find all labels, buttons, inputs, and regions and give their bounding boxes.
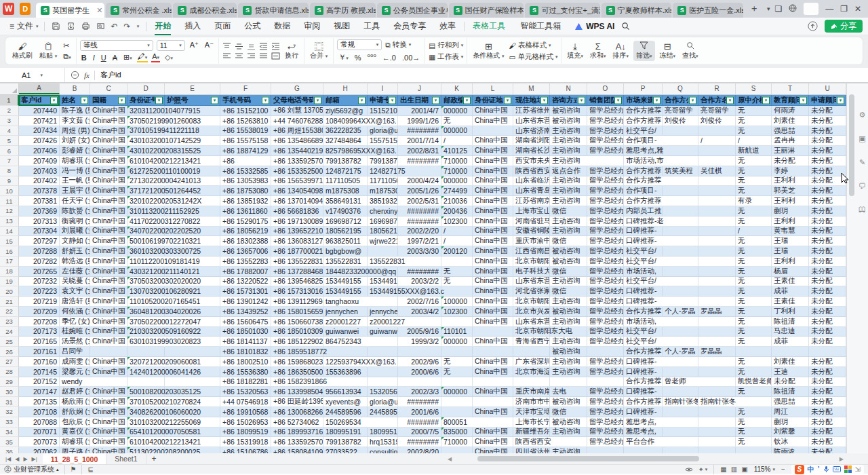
cell[interactable]: 411702200312270822 <box>127 216 165 227</box>
cell[interactable]: 安徽省铜陵 <box>513 227 550 237</box>
cell[interactable]: 207381 <box>19 196 60 206</box>
cell[interactable]: 未分配 <box>809 246 846 256</box>
close-tab-icon[interactable]: ✕ <box>96 6 102 15</box>
filter-dropdown-icon[interactable]: ▼ <box>262 96 269 104</box>
column-header-Q[interactable]: Q <box>663 83 698 94</box>
cell[interactable]: +86 1355228318 <box>271 256 323 267</box>
cell[interactable]: 社交平台/ <box>624 327 663 337</box>
cell[interactable]: 18448233200000@qq <box>323 267 368 277</box>
align-left-icon[interactable] <box>222 52 231 60</box>
cell[interactable]: 610104200212213421 <box>127 156 165 166</box>
cell[interactable]: 季忆 (女) <box>60 317 90 327</box>
cell[interactable] <box>663 337 698 347</box>
cell[interactable]: 无 <box>736 327 772 337</box>
cell[interactable] <box>624 447 663 453</box>
row-header-34[interactable]: 34 <box>0 428 19 438</box>
cell[interactable]: 207369 <box>19 206 60 216</box>
tab-smart-toolbox[interactable]: 智能工具箱 <box>513 19 568 33</box>
cell[interactable]: 口碑推荐- <box>624 286 663 297</box>
upgrade-icon[interactable] <box>808 21 818 31</box>
undo-icon[interactable]: ↶ <box>111 22 118 31</box>
cell[interactable]: 310113200211152925 <box>127 206 165 216</box>
cell[interactable]: 李文茹 (女 <box>60 116 90 126</box>
cell[interactable]: 1997/2/21 <box>398 236 441 246</box>
cell[interactable] <box>663 136 698 146</box>
borders-button[interactable]: ⊞▾ <box>122 53 134 62</box>
table-header-cell[interactable]: 邮政编码▼ <box>441 95 473 106</box>
cell[interactable] <box>473 327 513 337</box>
cell[interactable]: 360481200304020026 <box>127 307 165 317</box>
sidebar-edit-icon[interactable]: ✎ <box>859 158 865 167</box>
cell[interactable] <box>587 377 624 387</box>
cell[interactable]: 无 <box>736 367 772 377</box>
cell[interactable]: 2002/9/6 <box>398 357 441 367</box>
cell[interactable]: 陈子逸 (男 <box>60 106 90 116</box>
name-box[interactable]: A1▾ <box>0 68 65 82</box>
cell[interactable]: +86 15106786 <box>220 447 271 453</box>
cell[interactable]: 000000 <box>441 106 473 116</box>
cell[interactable]: 湖南省浏阳 <box>513 136 550 146</box>
cell[interactable]: 留学总经办 <box>587 166 624 176</box>
cell[interactable]: 留学总经办 <box>587 407 624 417</box>
table-header-cell[interactable]: 邮箱▼ <box>323 95 368 106</box>
cell-style-button[interactable]: ▭ 单元格样式▾ <box>509 52 558 62</box>
cell[interactable]: 2002/8/31 <box>398 146 441 156</box>
cell[interactable]: 825798695XXX@163. <box>323 146 368 156</box>
document-tab[interactable]: S贷款申请信息.xlsx <box>238 3 309 18</box>
cell[interactable]: China中国 <box>473 136 513 146</box>
row-header-14[interactable]: 14 <box>0 227 19 237</box>
tab-list-chevron-icon[interactable]: ▾ <box>765 5 772 12</box>
cell[interactable] <box>698 357 736 367</box>
cell[interactable]: 207160 <box>19 357 60 367</box>
cell[interactable]: +86 13552283 <box>220 256 271 267</box>
table-header-cell[interactable]: 护照号▼ <box>165 95 220 106</box>
select-all-corner[interactable] <box>0 83 19 94</box>
cell[interactable]: 未分配 <box>809 146 846 156</box>
cell[interactable]: 153205639 <box>368 387 398 397</box>
menu-tab-工具[interactable]: 工具 <box>357 19 387 33</box>
cell[interactable] <box>698 327 736 337</box>
cell[interactable]: +86 15320563 <box>220 387 271 397</box>
cell[interactable]: 无 <box>736 126 772 136</box>
cell[interactable]: 杨眉 <box>772 267 809 277</box>
cell[interactable]: China中国 <box>90 327 127 337</box>
chevron-down-icon[interactable]: ▾ <box>137 24 140 29</box>
cell[interactable]: 未分配 <box>809 236 846 246</box>
cell[interactable]: 左佳薇 (女 <box>60 267 90 277</box>
cell[interactable]: 留学总经办 <box>587 116 624 126</box>
cell[interactable]: 黄韦慧 <box>772 227 809 237</box>
cell[interactable]: ziyi5692@g <box>323 106 368 116</box>
cell[interactable] <box>127 347 165 357</box>
cell[interactable]: 郭美芝 <box>772 186 809 196</box>
cell[interactable]: +86 19910568 <box>220 407 271 417</box>
selection-mode-button[interactable]: ⌖▾ <box>699 466 707 474</box>
cell[interactable]: m1875308 <box>323 186 368 196</box>
cell[interactable]: 周江 <box>772 407 809 417</box>
cell[interactable]: 142401200006041426 <box>127 367 165 377</box>
cell[interactable]: +86 15319918 <box>220 437 271 447</box>
flag-icon[interactable]: ⚑ <box>71 466 77 473</box>
cell[interactable]: 口碑推荐- <box>624 357 663 367</box>
convert-button[interactable]: ⧉ 转换▾ <box>385 40 411 50</box>
cell[interactable]: +86 13053983 <box>220 176 271 187</box>
cell[interactable]: China中国 <box>473 367 513 377</box>
cell[interactable]: 吴晓蔓 (女 <box>60 277 90 287</box>
cell[interactable]: China中国 <box>90 146 127 156</box>
cell[interactable]: 留学总经办 <box>587 246 624 256</box>
cell[interactable]: 未分配 <box>772 377 809 387</box>
cell[interactable] <box>698 377 736 387</box>
horizontal-scrollbar[interactable]: ◀ ▶ <box>448 456 868 462</box>
row-header-29[interactable]: 29 <box>0 377 19 387</box>
cell[interactable]: 北京市兴发 <box>513 307 550 317</box>
cell[interactable] <box>663 206 698 216</box>
cell[interactable]: consulting <box>368 447 398 453</box>
cell[interactable]: 无 <box>736 357 772 367</box>
cell[interactable]: 口碑推荐- <box>624 367 663 377</box>
table-header-cell[interactable]: 原中介机▼ <box>736 95 772 106</box>
cell[interactable]: 口碑推荐- <box>624 387 663 397</box>
row-header-9[interactable]: 9 <box>0 176 19 187</box>
table-header-cell[interactable]: 国籍▼ <box>90 95 127 106</box>
cell[interactable]: 合作方推荐 <box>624 196 663 206</box>
cell[interactable]: 微信 <box>550 267 587 277</box>
cell[interactable]: v17490376 <box>323 206 368 216</box>
